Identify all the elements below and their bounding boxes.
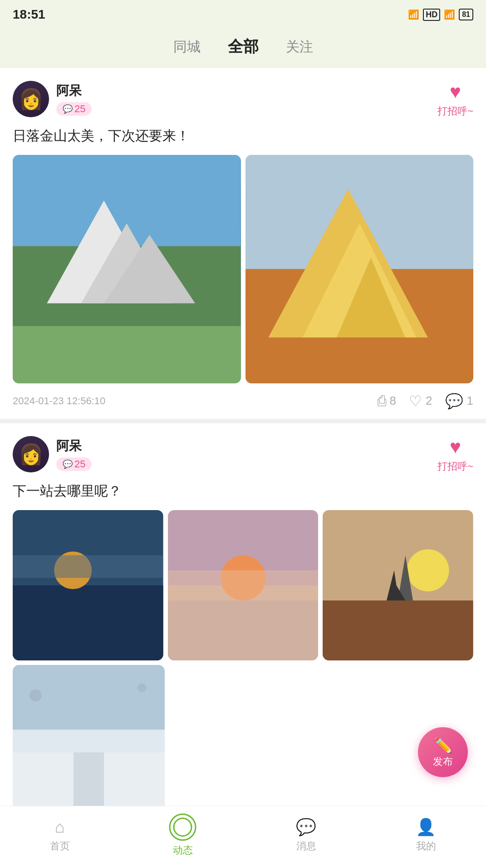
share-button[interactable]: ⎙ 8 [378, 392, 396, 409]
tab-following[interactable]: 关注 [286, 38, 313, 56]
post-text: 日落金山太美，下次还要来！ [13, 125, 473, 146]
heart-icon: ♥ [450, 436, 461, 458]
post-images [13, 155, 473, 383]
like-count: 2 [426, 394, 432, 408]
bottom-nav: ⌂ 首页 动态 💬 消息 👤 我的 [0, 806, 486, 868]
badge-count: 25 [74, 103, 85, 115]
svg-point-28 [29, 689, 42, 702]
post-card: 👩 阿呆 💬 25 ♥ 打招呼~ 日落金山太美，下次还要来！ [0, 68, 486, 423]
nav-item-home[interactable]: ⌂ 首页 [50, 818, 70, 853]
badge-comment-icon: 💬 [63, 459, 73, 469]
post-images-row2 [13, 665, 473, 817]
post-footer: 2024-01-23 12:56:10 ⎙ 8 ♡ 2 💬 1 [13, 392, 473, 410]
hd-badge: HD [423, 9, 440, 21]
avatar[interactable]: 👩 [13, 81, 49, 117]
svg-rect-20 [323, 600, 473, 660]
svg-rect-27 [13, 730, 165, 753]
nav-label-message: 消息 [296, 839, 316, 853]
nav-label-dynamic: 动态 [173, 843, 193, 857]
greet-button[interactable]: ♥ 打招呼~ [437, 81, 473, 118]
nav-item-dynamic[interactable]: 动态 [169, 813, 196, 857]
badge-count: 25 [74, 458, 85, 470]
user-name: 阿呆 [56, 437, 92, 455]
greet-button[interactable]: ♥ 打招呼~ [437, 436, 473, 473]
status-time: 18:51 [13, 7, 45, 22]
home-icon: ⌂ [55, 818, 65, 837]
nav-item-message[interactable]: 💬 消息 [296, 818, 316, 853]
post-image[interactable] [245, 155, 474, 383]
dynamic-icon [169, 813, 196, 841]
post-time: 2024-01-23 12:56:10 [13, 395, 105, 407]
svg-point-29 [137, 683, 147, 692]
post-text: 下一站去哪里呢？ [13, 481, 473, 501]
user-name: 阿呆 [56, 82, 92, 99]
post-image[interactable] [13, 510, 163, 661]
svg-rect-14 [13, 555, 163, 578]
post-card: 👩 阿呆 💬 25 ♥ 打招呼~ 下一站去哪里呢？ [0, 423, 486, 858]
post-images-row1 [13, 510, 473, 661]
svg-rect-12 [13, 585, 163, 660]
battery-indicator: 81 [459, 9, 473, 20]
dynamic-dot-inner [173, 818, 192, 837]
post-actions: ⎙ 8 ♡ 2 💬 1 [378, 392, 473, 410]
like-icon: ♡ [409, 392, 422, 410]
feed-container: 👩 阿呆 💬 25 ♥ 打招呼~ 日落金山太美，下次还要来！ [0, 68, 486, 868]
message-icon: 💬 [296, 818, 316, 837]
svg-rect-18 [168, 570, 319, 600]
svg-point-21 [407, 549, 449, 591]
comment-button[interactable]: 💬 1 [445, 392, 473, 410]
post-image[interactable] [13, 665, 165, 817]
avatar[interactable]: 👩 [13, 436, 49, 472]
nav-item-profile[interactable]: 👤 我的 [416, 818, 436, 853]
post-image[interactable] [13, 155, 241, 383]
nav-label-profile: 我的 [416, 839, 436, 853]
comment-count: 1 [467, 394, 473, 408]
user-info: 阿呆 💬 25 [56, 437, 92, 471]
status-icons: 📶 HD 📶 81 [408, 9, 473, 21]
greet-label: 打招呼~ [437, 460, 473, 473]
status-bar: 18:51 📶 HD 📶 81 [0, 0, 486, 27]
badge-comment-icon: 💬 [63, 104, 73, 114]
heart-icon: ♥ [450, 81, 461, 103]
post-user: 👩 阿呆 💬 25 [13, 81, 92, 117]
pencil-icon: ✏️ [433, 736, 452, 754]
publish-fab[interactable]: ✏️ 发布 [418, 727, 468, 777]
post-user: 👩 阿呆 💬 25 [13, 436, 92, 472]
fab-label: 发布 [433, 755, 453, 769]
user-info: 阿呆 💬 25 [56, 82, 92, 116]
tab-nearby[interactable]: 同城 [173, 38, 201, 56]
nav-label-home: 首页 [50, 839, 70, 853]
post-header: 👩 阿呆 💬 25 ♥ 打招呼~ [13, 81, 473, 118]
comment-icon: 💬 [445, 392, 463, 410]
wifi-icon: 📶 [408, 9, 419, 20]
post-image[interactable] [168, 510, 319, 661]
post-header: 👩 阿呆 💬 25 ♥ 打招呼~ [13, 436, 473, 473]
tab-all[interactable]: 全部 [228, 36, 259, 57]
share-icon: ⎙ [378, 392, 386, 409]
share-count: 8 [390, 394, 396, 408]
user-badge: 💬 25 [56, 102, 92, 116]
greet-label: 打招呼~ [437, 104, 473, 118]
user-badge: 💬 25 [56, 457, 92, 471]
signal-icon: 📶 [444, 9, 455, 20]
profile-icon: 👤 [416, 818, 436, 837]
post-image[interactable] [323, 510, 473, 661]
feed-tabs: 同城 全部 关注 [0, 27, 486, 68]
svg-rect-5 [13, 326, 241, 383]
like-button[interactable]: ♡ 2 [409, 392, 432, 410]
